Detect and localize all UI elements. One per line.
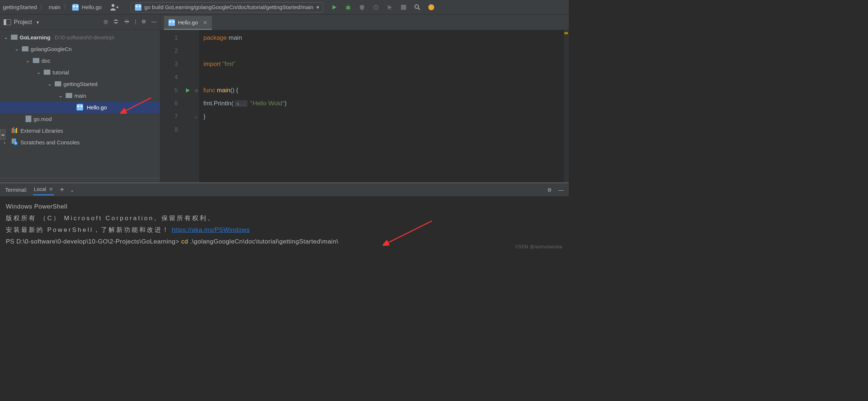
tree-label: main	[74, 93, 86, 99]
svg-point-4	[415, 5, 419, 8]
breadcrumb-seg[interactable]: main	[48, 4, 61, 10]
breadcrumb-seg[interactable]: gettingStarted	[3, 4, 37, 10]
term-prompt-line[interactable]: PS D:\0-software\0-develop\10-GO\2-Proje…	[6, 236, 563, 248]
tree-label: External Libraries	[20, 128, 63, 134]
breadcrumb[interactable]: gettingStarted 〉 main 〉 Hello.go	[0, 3, 102, 11]
svg-point-5	[428, 4, 434, 10]
tab-label: Local	[34, 186, 46, 192]
go-file-icon	[72, 4, 79, 11]
tree-label: go.mod	[34, 116, 52, 122]
library-icon	[11, 127, 18, 134]
terminal-output[interactable]: Windows PowerShell 版权所有 （C） Microsoft Co…	[0, 196, 569, 252]
editor-tab-hello[interactable]: Hello.go ✕	[164, 16, 212, 30]
minimize-icon[interactable]: —	[558, 187, 564, 193]
terminal-panel: Terminal: Local ✕ + ⌄ ⚙ — Windows PowerS…	[0, 182, 569, 252]
scratch-icon	[11, 139, 18, 146]
tree-folder[interactable]: ⌄ tutorial	[0, 66, 160, 78]
svg-rect-8	[12, 128, 13, 133]
collapse-icon[interactable]	[113, 19, 119, 26]
svg-rect-7	[4, 19, 6, 25]
tree-label: golangGoogleCn	[31, 46, 72, 52]
expand-icon[interactable]	[124, 19, 130, 26]
tree-label: Scratches and Consoles	[20, 139, 80, 145]
svg-rect-11	[16, 128, 17, 133]
term-line: Windows PowerShell	[6, 201, 563, 213]
breadcrumb-seg[interactable]: Hello.go	[82, 4, 102, 10]
search-icon[interactable]	[414, 4, 421, 11]
svg-rect-10	[15, 129, 16, 133]
run-config-selector[interactable]: go build GoLearning/golangGoogleCn/doc/t…	[131, 2, 323, 12]
tree-scratches[interactable]: › Scratches and Consoles	[0, 136, 160, 148]
terminal-title: Terminal:	[5, 187, 27, 193]
tree-folder[interactable]: ⌄ gettingStarted	[0, 78, 160, 90]
code-body[interactable]: package main import "fmt" func main() { …	[199, 30, 569, 182]
tree-folder[interactable]: ⌄ golangGoogleCn	[0, 43, 160, 55]
tree-external-libs[interactable]: › External Libraries	[0, 125, 160, 136]
gear-icon[interactable]: ⚙	[141, 19, 146, 26]
dropdown-icon: ▾	[316, 4, 319, 11]
run-actions	[331, 4, 439, 11]
tree-file-hello[interactable]: Hello.go	[0, 101, 160, 113]
svg-point-0	[346, 6, 350, 9]
editor-tabs: Hello.go ✕	[160, 15, 569, 30]
main-area: Project ▾ ◎ | ⚙ — ⌄ GoLearning D:\0-soft…	[0, 15, 569, 182]
param-hint: a…:	[234, 100, 248, 107]
close-icon[interactable]: ✕	[203, 20, 207, 26]
svg-rect-3	[401, 5, 406, 10]
editor-ruler[interactable]	[564, 30, 569, 182]
tree-label: doc	[42, 58, 50, 64]
powershell-link[interactable]: https://aka.ms/PSWindows	[172, 226, 250, 233]
top-toolbar: gettingStarted 〉 main 〉 Hello.go go buil…	[0, 0, 569, 15]
gutter-icons[interactable]	[182, 30, 193, 182]
sidebar-scrollbar[interactable]	[0, 178, 160, 182]
new-terminal-button[interactable]: +	[60, 186, 64, 194]
terminal-tab-local[interactable]: Local ✕	[33, 184, 54, 195]
stop-button	[400, 4, 407, 11]
side-tool-handle[interactable]: ◂▸	[0, 129, 5, 140]
fold-column[interactable]: ⊟⊥	[193, 30, 199, 182]
coverage-button[interactable]	[358, 4, 366, 11]
warning-marker[interactable]	[564, 32, 568, 34]
run-line-icon[interactable]	[182, 84, 193, 97]
tree-folder[interactable]: ⌄ doc	[0, 55, 160, 66]
project-sidebar: Project ▾ ◎ | ⚙ — ⌄ GoLearning D:\0-soft…	[0, 15, 160, 182]
watermark: CSDN @Iamlvxiaosha	[515, 244, 562, 249]
dropdown-icon[interactable]: ▾	[36, 19, 39, 25]
tree-root[interactable]: ⌄ GoLearning D:\0-software\0-develop\	[0, 31, 160, 43]
go-icon	[135, 4, 141, 11]
tree-label: gettingStarted	[63, 81, 97, 87]
editor-area: Hello.go ✕ 1234 5678 ⊟⊥ package main imp…	[160, 15, 569, 182]
tree-path: D:\0-software\0-develop\	[55, 34, 114, 40]
dropdown-icon[interactable]: ⌄	[70, 187, 74, 193]
minimize-icon[interactable]: —	[151, 19, 156, 26]
tree-label: tutorial	[52, 69, 69, 75]
go-file-icon	[77, 104, 83, 110]
go-file-icon	[168, 19, 175, 26]
svg-point-2	[390, 8, 391, 9]
chevron-right-icon: 〉	[40, 3, 46, 11]
gear-icon[interactable]: ⚙	[547, 187, 552, 193]
tree-file-gomod[interactable]: go.mod	[0, 113, 160, 125]
term-line: 安装最新的 PowerShell，了解新功能和改进！ https://aka.m…	[6, 224, 563, 236]
tree-label: GoLearning	[20, 34, 50, 40]
tree-folder[interactable]: ⌄ main	[0, 90, 160, 101]
panel-title[interactable]: Project	[14, 19, 32, 26]
run-button[interactable]	[331, 4, 338, 11]
attach-button[interactable]	[386, 4, 393, 11]
target-icon[interactable]: ◎	[104, 19, 108, 26]
update-icon[interactable]	[428, 4, 435, 11]
project-tree[interactable]: ⌄ GoLearning D:\0-software\0-develop\ ⌄ …	[0, 30, 160, 178]
user-icon[interactable]	[109, 3, 120, 12]
run-config-label: go build GoLearning/golangGoogleCn/doc/t…	[144, 4, 314, 10]
file-icon	[26, 116, 31, 122]
debug-button[interactable]	[345, 4, 352, 11]
profile-button[interactable]	[372, 4, 379, 11]
code-editor[interactable]: 1234 5678 ⊟⊥ package main import "fmt" f…	[160, 30, 569, 182]
project-panel-header: Project ▾ ◎ | ⚙ —	[0, 15, 160, 30]
close-icon[interactable]: ✕	[49, 186, 53, 192]
line-numbers: 1234 5678	[160, 30, 182, 182]
svg-rect-9	[13, 127, 14, 133]
tree-label: Hello.go	[87, 104, 107, 110]
tab-label: Hello.go	[178, 19, 198, 26]
chevron-right-icon: 〉	[63, 3, 69, 11]
